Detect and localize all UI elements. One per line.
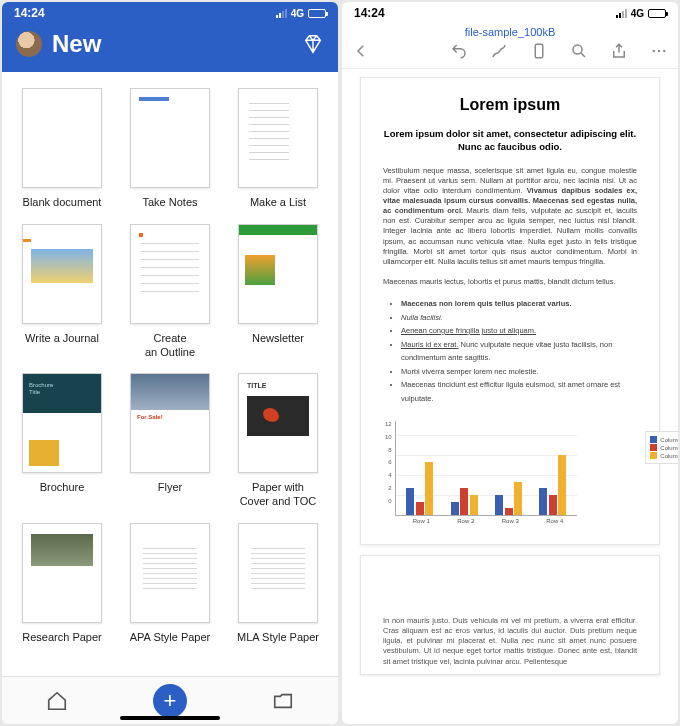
paragraph-1: Vestibulum neque massa, scelerisque sit …: [383, 166, 637, 267]
bullet-item: Maecenas non lorem quis tellus placerat …: [401, 297, 637, 311]
template-label: Blank document: [23, 196, 102, 210]
template-newsletter[interactable]: Newsletter: [228, 224, 328, 360]
template-blank-document[interactable]: Blank document: [12, 88, 112, 210]
search-icon[interactable]: [570, 42, 588, 60]
phone-document: 14:24 4G file-sample_100kB Lorem ipsum L…: [342, 2, 678, 724]
status-time: 14:24: [354, 6, 385, 20]
template-label: Write a Journal: [25, 332, 99, 346]
status-right: 4G: [276, 8, 326, 19]
template-label: Newsletter: [252, 332, 304, 346]
phone-templates: 14:24 4G New Blank documentTake NotesMak…: [2, 2, 338, 724]
draw-icon[interactable]: [490, 42, 508, 60]
bar: [406, 488, 414, 515]
template-create-an-outline[interactable]: Createan Outline: [120, 224, 220, 360]
network-label: 4G: [291, 8, 304, 19]
svg-rect-0: [535, 44, 543, 58]
template-label: Make a List: [250, 196, 306, 210]
svg-point-1: [573, 45, 582, 54]
bullet-item: Aenean congue fringilla justo ut aliquam…: [401, 324, 637, 338]
undo-icon[interactable]: [450, 42, 468, 60]
svg-point-3: [658, 50, 660, 52]
mobile-view-icon[interactable]: [530, 42, 548, 60]
template-label: APA Style Paper: [130, 631, 211, 645]
template-paper-with-cover-and-toc[interactable]: TITLEPaper withCover and TOC: [228, 373, 328, 509]
signal-icon: [616, 9, 627, 18]
home-button[interactable]: [44, 688, 70, 714]
template-research-paper[interactable]: Research Paper: [12, 523, 112, 645]
template-mla-style-paper[interactable]: MLA Style Paper: [228, 523, 328, 645]
bar: [505, 508, 513, 515]
bullet-item: Mauris id ex erat. Nunc vulputate neque …: [401, 338, 637, 365]
header: New: [2, 24, 338, 72]
page-2: In non mauris justo. Duis vehicula mi ve…: [360, 555, 660, 675]
bullet-item: Nulla facilisi.: [401, 311, 637, 325]
premium-icon[interactable]: [302, 33, 324, 55]
template-make-a-list[interactable]: Make a List: [228, 88, 328, 210]
home-indicator: [120, 716, 220, 720]
paragraph-2: Maecenas mauris lectus, lobortis et puru…: [383, 277, 637, 287]
more-icon[interactable]: [650, 42, 668, 60]
new-button[interactable]: +: [153, 684, 187, 718]
svg-point-2: [653, 50, 655, 52]
template-label: Paper withCover and TOC: [240, 481, 317, 509]
bar: [470, 495, 478, 515]
status-bar: 14:24 4G: [342, 2, 678, 24]
bar: [451, 502, 459, 515]
battery-icon: [308, 9, 326, 18]
template-write-a-journal[interactable]: Write a Journal: [12, 224, 112, 360]
page-title: New: [52, 30, 302, 58]
bullet-item: Morbi viverra semper lorem nec molestie.: [401, 365, 637, 379]
status-right: 4G: [616, 8, 666, 19]
share-icon[interactable]: [610, 42, 628, 60]
svg-point-4: [663, 50, 665, 52]
template-brochure[interactable]: BrochureTitleBrochure: [12, 373, 112, 509]
template-label: Research Paper: [22, 631, 102, 645]
document-toolbar: file-sample_100kB: [342, 24, 678, 69]
template-label: Createan Outline: [145, 332, 195, 360]
back-icon[interactable]: [352, 42, 370, 60]
document-viewport[interactable]: Lorem ipsum Lorem ipsum dolor sit amet, …: [342, 69, 678, 724]
doc-subheading: Lorem ipsum dolor sit amet, consectetur …: [383, 128, 637, 154]
chart-legend: Column 1Column 2Column 3: [645, 431, 678, 464]
template-apa-style-paper[interactable]: APA Style Paper: [120, 523, 220, 645]
template-grid: Blank documentTake NotesMake a ListWrite…: [2, 72, 338, 676]
files-button[interactable]: [270, 688, 296, 714]
paragraph-3: In non mauris justo. Duis vehicula mi ve…: [383, 616, 637, 667]
avatar[interactable]: [16, 31, 42, 57]
signal-icon: [276, 9, 287, 18]
bar: [416, 502, 424, 515]
template-label: Brochure: [40, 481, 85, 495]
bar: [558, 455, 566, 515]
network-label: 4G: [631, 8, 644, 19]
template-label: Flyer: [158, 481, 182, 495]
template-label: Take Notes: [142, 196, 197, 210]
bar: [539, 488, 547, 515]
status-time: 14:24: [14, 6, 45, 20]
page-1: Lorem ipsum Lorem ipsum dolor sit amet, …: [360, 77, 660, 545]
bar: [549, 495, 557, 515]
status-bar: 14:24 4G: [2, 2, 338, 24]
battery-icon: [648, 9, 666, 18]
doc-heading: Lorem ipsum: [383, 96, 637, 114]
chart: 121086420 Row 1Row 2Row 3Row 4 Column 1C…: [383, 417, 637, 532]
template-take-notes[interactable]: Take Notes: [120, 88, 220, 210]
bullet-list: Maecenas non lorem quis tellus placerat …: [401, 297, 637, 405]
bar: [460, 488, 468, 515]
bullet-item: Maecenas tincidunt est efficitur ligula …: [401, 378, 637, 405]
template-flyer[interactable]: For Sale!Flyer: [120, 373, 220, 509]
bar: [514, 482, 522, 515]
bar: [495, 495, 503, 515]
bar: [425, 462, 433, 515]
template-label: MLA Style Paper: [237, 631, 319, 645]
document-filename[interactable]: file-sample_100kB: [352, 26, 668, 38]
